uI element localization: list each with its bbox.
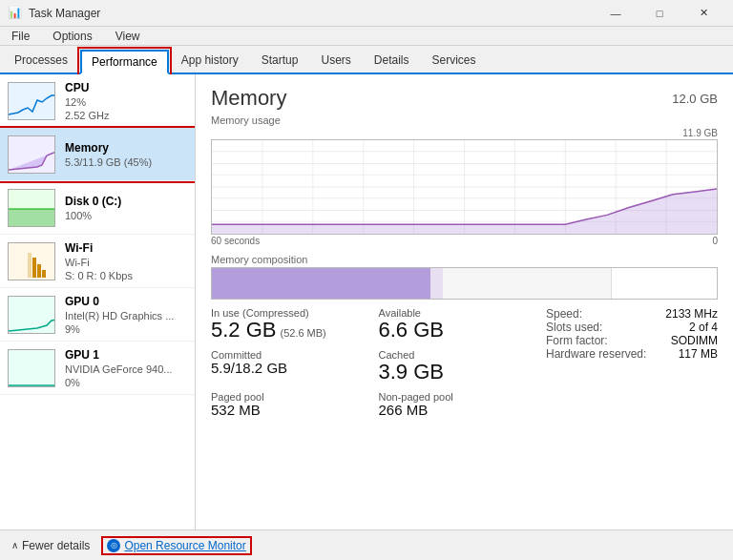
composition-label: Memory composition bbox=[211, 254, 718, 265]
gpu1-value: 0% bbox=[65, 377, 187, 388]
disk-name: Disk 0 (C:) bbox=[65, 195, 187, 208]
stat-nonpaged-value: 266 MB bbox=[379, 403, 532, 419]
composition-section: Memory composition bbox=[211, 254, 718, 300]
open-resource-monitor-button[interactable]: ◎ Open Resource Monitor bbox=[101, 536, 251, 555]
speed-row: Speed: 2133 MHz bbox=[546, 307, 718, 321]
menu-file[interactable]: File bbox=[8, 30, 33, 43]
memory-name: Memory bbox=[65, 141, 187, 155]
speed-value: 2133 MHz bbox=[665, 307, 718, 321]
svg-rect-8 bbox=[28, 253, 31, 278]
sidebar-item-wifi[interactable]: Wi-Fi Wi-Fi S: 0 R: 0 Kbps bbox=[0, 235, 195, 288]
comp-modified bbox=[430, 268, 443, 299]
form-value: SODIMM bbox=[671, 334, 718, 347]
stat-paged-value: 532 MB bbox=[211, 403, 364, 419]
minimize-button[interactable]: — bbox=[594, 0, 638, 27]
comp-standby bbox=[443, 268, 611, 299]
right-stats: Speed: 2133 MHz Slots used: 2 of 4 Form … bbox=[546, 307, 718, 419]
tab-performance[interactable]: Performance bbox=[80, 50, 169, 74]
slots-row: Slots used: 2 of 4 bbox=[546, 321, 718, 334]
fewer-details-label: Fewer details bbox=[22, 539, 90, 552]
slots-value: 2 of 4 bbox=[689, 321, 718, 334]
app-title: Task Manager bbox=[29, 7, 594, 20]
chart-time-zero: 0 bbox=[712, 236, 718, 246]
window-controls: — □ ✕ bbox=[594, 0, 725, 27]
disk-info: Disk 0 (C:) 100% bbox=[65, 195, 187, 221]
gpu0-thumbnail bbox=[8, 296, 55, 334]
chart-time-label: 60 seconds bbox=[211, 236, 260, 246]
panel-total: 12.0 GB bbox=[672, 92, 718, 106]
stat-inuse: In use (Compressed) 5.2 GB (52.6 MB) bbox=[211, 307, 364, 342]
chevron-up-icon: ∧ bbox=[11, 540, 18, 550]
wifi-info: Wi-Fi Wi-Fi S: 0 R: 0 Kbps bbox=[65, 241, 187, 281]
svg-rect-10 bbox=[9, 350, 55, 387]
maximize-button[interactable]: □ bbox=[638, 0, 681, 27]
svg-rect-6 bbox=[37, 264, 41, 278]
memory-thumbnail bbox=[8, 135, 55, 174]
stat-paged: Paged pool 532 MB bbox=[211, 391, 364, 419]
panel-title: Memory bbox=[211, 86, 286, 111]
hw-label: Hardware reserved: bbox=[546, 347, 646, 361]
stat-available: Available 6.6 GB bbox=[379, 307, 532, 342]
left-stats: In use (Compressed) 5.2 GB (52.6 MB) Ava… bbox=[211, 307, 531, 419]
gpu1-info: GPU 1 NVIDIA GeForce 940... 0% bbox=[65, 348, 187, 388]
form-label: Form factor: bbox=[546, 334, 608, 347]
tab-app-history[interactable]: App history bbox=[171, 48, 249, 73]
gpu0-model: Intel(R) HD Graphics ... bbox=[65, 310, 187, 321]
gpu1-name: GPU 1 bbox=[65, 348, 187, 362]
stat-nonpaged: Non-paged pool 266 MB bbox=[379, 391, 532, 419]
gpu1-thumbnail bbox=[8, 349, 55, 387]
stat-cached: Cached 3.9 GB bbox=[379, 349, 532, 384]
hw-value: 117 MB bbox=[679, 347, 718, 361]
wifi-type: Wi-Fi bbox=[65, 257, 187, 268]
sidebar-item-gpu0[interactable]: GPU 0 Intel(R) HD Graphics ... 9% bbox=[0, 288, 195, 342]
open-monitor-label: Open Resource Monitor bbox=[124, 539, 245, 552]
svg-rect-4 bbox=[9, 243, 55, 280]
sidebar-item-cpu[interactable]: CPU 12% 2.52 GHz bbox=[0, 74, 195, 128]
fewer-details-button[interactable]: ∧ Fewer details bbox=[11, 539, 90, 552]
tab-processes[interactable]: Processes bbox=[4, 48, 78, 73]
chart-bottom: 60 seconds 0 bbox=[211, 236, 718, 246]
wifi-name: Wi-Fi bbox=[65, 241, 187, 255]
svg-rect-7 bbox=[32, 258, 36, 278]
speed-label: Speed: bbox=[546, 307, 582, 321]
sidebar-item-memory[interactable]: Memory 5.3/11.9 GB (45%) bbox=[0, 128, 195, 181]
bottombar: ∧ Fewer details ◎ Open Resource Monitor bbox=[0, 529, 733, 560]
wifi-thumbnail bbox=[8, 242, 55, 280]
panel-header: Memory 12.0 GB bbox=[211, 86, 718, 111]
gpu1-model: NVIDIA GeForce 940... bbox=[65, 363, 187, 375]
svg-rect-2 bbox=[9, 209, 55, 227]
stat-inuse-sub: (52.6 MB) bbox=[280, 327, 325, 339]
tabbar: Processes Performance App history Startu… bbox=[0, 46, 733, 74]
memory-value: 5.3/11.9 GB (45%) bbox=[65, 156, 187, 168]
close-button[interactable]: ✕ bbox=[681, 0, 725, 27]
wifi-value: S: 0 R: 0 Kbps bbox=[65, 270, 187, 281]
sidebar-item-disk[interactable]: Disk 0 (C:) 100% bbox=[0, 181, 195, 235]
tab-services[interactable]: Services bbox=[422, 48, 487, 73]
tab-details[interactable]: Details bbox=[364, 48, 420, 73]
stats-area: In use (Compressed) 5.2 GB (52.6 MB) Ava… bbox=[211, 307, 718, 419]
comp-inuse bbox=[212, 268, 430, 299]
svg-rect-5 bbox=[42, 270, 46, 278]
slots-label: Slots used: bbox=[546, 321, 602, 334]
cpu-value2: 2.52 GHz bbox=[65, 110, 187, 121]
stat-committed: Committed 5.9/18.2 GB bbox=[211, 349, 364, 384]
disk-thumbnail bbox=[8, 189, 55, 227]
sidebar-item-gpu1[interactable]: GPU 1 NVIDIA GeForce 940... 0% bbox=[0, 342, 195, 395]
stat-available-value: 6.6 GB bbox=[379, 319, 532, 342]
memory-info: Memory 5.3/11.9 GB (45%) bbox=[65, 141, 187, 168]
menu-view[interactable]: View bbox=[112, 30, 144, 43]
titlebar: 📊 Task Manager — □ ✕ bbox=[0, 0, 733, 27]
comp-free bbox=[611, 268, 717, 299]
stat-committed-value: 5.9/18.2 GB bbox=[211, 361, 364, 377]
hw-row: Hardware reserved: 117 MB bbox=[546, 347, 718, 361]
tab-users[interactable]: Users bbox=[310, 48, 361, 73]
memory-chart bbox=[211, 139, 718, 235]
composition-bar bbox=[211, 267, 718, 300]
cpu-name: CPU bbox=[65, 81, 187, 94]
stat-cached-value: 3.9 GB bbox=[379, 361, 532, 384]
cpu-info: CPU 12% 2.52 GHz bbox=[65, 81, 187, 121]
tab-startup[interactable]: Startup bbox=[251, 48, 309, 73]
memory-panel: Memory 12.0 GB Memory usage 11.9 GB bbox=[196, 74, 733, 529]
monitor-icon: ◎ bbox=[107, 539, 120, 552]
menu-options[interactable]: Options bbox=[49, 30, 95, 43]
